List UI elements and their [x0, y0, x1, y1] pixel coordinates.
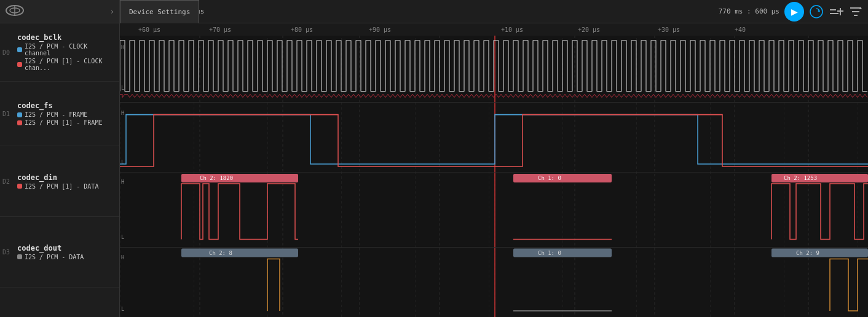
channel-label-d1-0: I2S / PCM - FRAME: [5, 111, 114, 118]
svg-text:Ch 1: 0: Ch 1: 0: [538, 250, 561, 256]
waveform-area: +60 µs +70 µs +80 µs +90 µs +10 µs +20 µ…: [120, 23, 868, 317]
channel-id-d2: D2: [2, 178, 10, 185]
channel-name-d0: codec_bclk: [5, 33, 114, 42]
dot-red-icon: [17, 62, 22, 67]
channel-label-d2-0: I2S / PCM [1] - DATA: [5, 183, 114, 190]
top-bar: 770 ms : 500 µs 770 ms : 600 µs ▶: [120, 0, 868, 23]
channel-row-d3: D3 codec_dout I2S / PCM - DATA: [0, 217, 119, 288]
svg-text:Ch 2: 1820: Ch 2: 1820: [200, 175, 233, 181]
svg-rect-52: [513, 249, 612, 257]
svg-text:Ch 2: 9: Ch 2: 9: [796, 250, 819, 256]
svg-rect-54: [771, 249, 868, 257]
refresh-icon[interactable]: [809, 4, 824, 19]
dot-red-icon: [17, 120, 22, 125]
device-settings-tab[interactable]: Device Settings: [120, 0, 199, 23]
channel-row-d2: D2 codec_din I2S / PCM [1] - DATA: [0, 146, 119, 217]
svg-text:+90 µs: +90 µs: [369, 26, 391, 33]
svg-text:+70 µs: +70 µs: [209, 26, 231, 33]
svg-rect-6: [830, 13, 838, 14]
svg-text:+60 µs: +60 µs: [138, 26, 160, 33]
sidebar: › D0 codec_bclk I2S / PCM - CLOCK channe…: [0, 0, 120, 317]
channel-id-d1: D1: [2, 111, 10, 117]
filter-icon[interactable]: [848, 4, 863, 19]
dot-blue-icon: [17, 112, 22, 117]
waveform-svg: +60 µs +70 µs +80 µs +90 µs +10 µs +20 µ…: [120, 23, 868, 317]
svg-rect-42: [513, 174, 612, 182]
svg-text:Ch 2: 1253: Ch 2: 1253: [784, 175, 817, 181]
svg-text:H: H: [121, 44, 124, 50]
svg-text:L: L: [121, 234, 124, 240]
channel-row-d0: D0 codec_bclk I2S / PCM - CLOCK channel …: [0, 23, 119, 82]
svg-text:+80 µs: +80 µs: [291, 26, 313, 33]
svg-text:Ch 1: 0: Ch 1: 0: [538, 175, 561, 181]
svg-text:H: H: [121, 254, 124, 260]
channel-label-d0-0: I2S / PCM - CLOCK channel: [5, 43, 114, 57]
channel-row-d1: D1 codec_fs I2S / PCM - FRAME I2S / PCM …: [0, 82, 119, 146]
svg-text:Ch 2: 8: Ch 2: 8: [209, 250, 232, 256]
svg-text:L: L: [121, 85, 124, 91]
channel-label-d3-0: I2S / PCM - DATA: [5, 254, 114, 260]
svg-rect-50: [181, 249, 298, 257]
svg-rect-11: [120, 23, 868, 36]
chevron-right-icon[interactable]: ›: [110, 7, 114, 16]
svg-text:H: H: [121, 110, 124, 116]
controls-area: 770 ms : 600 µs ▶: [719, 2, 863, 22]
svg-marker-4: [818, 10, 819, 12]
svg-text:+20 µs: +20 µs: [578, 26, 600, 33]
svg-text:+40: +40: [735, 26, 746, 33]
channel-name-d1: codec_fs: [5, 101, 114, 110]
svg-text:+30 µs: +30 µs: [658, 26, 680, 33]
svg-rect-40: [181, 174, 298, 182]
sidebar-header: ›: [0, 0, 119, 23]
channel-name-d3: codec_dout: [5, 244, 114, 252]
play-button[interactable]: ▶: [784, 2, 804, 22]
logo-icon: [5, 2, 25, 22]
add-signal-icon[interactable]: [829, 4, 843, 19]
svg-text:L: L: [121, 306, 124, 312]
svg-text:+10 µs: +10 µs: [501, 26, 523, 33]
channel-label-d1-1: I2S / PCM [1] - FRAME: [5, 119, 114, 126]
channel-name-d2: codec_din: [5, 173, 114, 182]
main-area: 770 ms : 500 µs 770 ms : 600 µs ▶: [120, 0, 868, 317]
svg-point-3: [810, 6, 823, 18]
dot-red-icon: [17, 184, 22, 189]
channel-id-d3: D3: [2, 249, 10, 256]
dot-gray-icon: [17, 254, 22, 259]
dot-blue-icon: [17, 47, 22, 52]
svg-rect-8: [837, 10, 843, 12]
svg-rect-5: [830, 9, 836, 10]
channel-id-d0: D0: [2, 49, 10, 56]
channel-label-d0-1: I2S / PCM [1] - CLOCK chan...: [5, 58, 114, 71]
time-right: 770 ms : 600 µs: [719, 7, 779, 15]
svg-text:H: H: [121, 179, 124, 185]
